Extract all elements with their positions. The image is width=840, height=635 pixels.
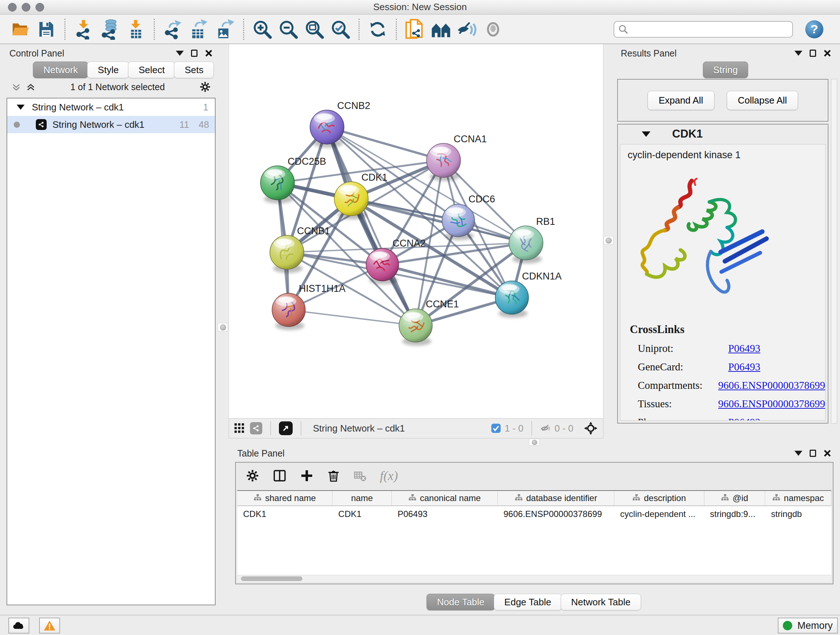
panel-close-icon[interactable] <box>205 49 213 57</box>
import-network-database-button[interactable] <box>98 18 121 41</box>
gear-icon[interactable] <box>199 81 211 93</box>
network-node-cdk1[interactable]: CDK1 <box>334 172 387 219</box>
panel-float-icon[interactable] <box>810 450 816 457</box>
tab-style[interactable]: Style <box>87 62 129 78</box>
panel-close-icon[interactable] <box>823 449 831 457</box>
table-cell[interactable]: 9606.ENSP00000378699 <box>498 506 615 522</box>
table-horizontal-scrollbar[interactable] <box>237 575 831 582</box>
network-row[interactable]: String Network – cdk1 11 48 <box>7 116 215 133</box>
column-header-name[interactable]: name <box>332 491 392 505</box>
table-cell[interactable]: CDK1 <box>332 506 392 522</box>
tab-network-table[interactable]: Network Table <box>561 594 641 610</box>
hide-selected-button[interactable] <box>456 18 478 41</box>
table-cell[interactable]: P06493 <box>392 506 498 522</box>
tab-select[interactable]: Select <box>128 62 175 78</box>
import-network-file-button[interactable] <box>73 18 95 41</box>
panel-close-icon[interactable] <box>823 49 831 57</box>
collapse-all-icon[interactable] <box>11 82 22 92</box>
tab-string[interactable]: String <box>703 62 748 78</box>
birds-eye-grid-icon[interactable] <box>234 423 245 434</box>
minimize-window-button[interactable] <box>22 3 30 11</box>
network-collection-row[interactable]: String Network – cdk1 1 <box>7 98 215 116</box>
crosslink-link[interactable]: P06493 <box>728 361 760 373</box>
protein-section-header[interactable]: CDK1 <box>618 125 828 143</box>
zoom-in-button[interactable] <box>251 18 273 41</box>
close-window-button[interactable] <box>8 3 17 11</box>
tab-network[interactable]: Network <box>33 62 88 78</box>
add-column-icon[interactable] <box>300 469 314 483</box>
export-network-button[interactable] <box>162 18 184 41</box>
expand-all-button[interactable]: Expand All <box>647 91 714 110</box>
hidden-eye-icon[interactable] <box>540 423 551 434</box>
column-header-namespac[interactable]: namespac <box>765 491 831 505</box>
panel-collapse-icon[interactable] <box>794 51 802 56</box>
section-collapse-icon[interactable] <box>642 131 651 137</box>
network-node-ccnb2[interactable]: CCNB2 <box>310 100 370 148</box>
table-cell[interactable]: stringdb <box>765 506 831 522</box>
crosslink-link[interactable]: P06493 <box>728 416 760 421</box>
crosslink-link[interactable]: 9606.ENSP00000378699 <box>718 398 825 410</box>
save-session-button[interactable] <box>35 18 57 41</box>
table-gear-icon[interactable] <box>245 469 260 483</box>
horizontal-splitter-handle[interactable] <box>529 439 540 446</box>
column-header-canonical-name[interactable]: canonical name <box>392 491 498 505</box>
memory-button[interactable]: Memory <box>778 618 838 633</box>
crosshair-icon[interactable] <box>584 421 598 435</box>
network-share-icon[interactable] <box>250 422 262 434</box>
warnings-button[interactable] <box>39 618 60 633</box>
left-splitter-handle[interactable] <box>218 323 228 332</box>
column-header-@id[interactable]: @id <box>704 491 766 505</box>
search-input[interactable] <box>629 22 789 36</box>
column-header-description[interactable]: description <box>614 491 704 505</box>
delete-column-icon[interactable] <box>326 469 341 483</box>
network-canvas[interactable]: CCNB2CCNA1CDC25BCDK1CDC6RB1CCNB1CCNA2CDK… <box>229 44 603 418</box>
table-cell[interactable]: stringdb:9... <box>704 506 766 522</box>
panel-float-icon[interactable] <box>810 50 816 57</box>
crosslink-link[interactable]: P06493 <box>728 342 760 355</box>
panel-collapse-icon[interactable] <box>176 51 184 56</box>
open-in-window-button[interactable] <box>279 421 293 435</box>
collapse-all-button[interactable]: Collapse All <box>727 91 798 110</box>
zoom-window-button[interactable] <box>35 3 44 11</box>
edge-CCNB2-CCNE1[interactable] <box>327 127 416 325</box>
tab-sets[interactable]: Sets <box>174 62 214 78</box>
export-table-button[interactable] <box>188 18 210 41</box>
zoom-fit-button[interactable] <box>303 18 325 41</box>
network-node-hist1h1a[interactable]: HIST1H1A <box>272 283 346 330</box>
export-image-button[interactable] <box>214 18 236 41</box>
toolbar-search-field[interactable] <box>614 21 793 38</box>
refresh-layout-button[interactable] <box>366 18 389 41</box>
collection-expand-icon[interactable] <box>17 105 25 110</box>
cloud-status-button[interactable] <box>8 618 29 633</box>
network-node-ccne1[interactable]: CCNE1 <box>399 299 459 346</box>
first-neighbors-button[interactable] <box>430 18 452 41</box>
open-session-button[interactable] <box>9 18 32 41</box>
new-network-from-selection-button[interactable] <box>404 18 426 41</box>
network-node-cdkn1a[interactable]: CDKN1A <box>495 271 562 318</box>
crosslink-link[interactable]: 9606.ENSP00000378699 <box>718 379 825 391</box>
tab-edge-table[interactable]: Edge Table <box>494 594 562 610</box>
control-panel: Control Panel NetworkStyleSelectSets 1 o… <box>4 46 218 611</box>
help-button[interactable]: ? <box>805 20 823 38</box>
zoom-selected-button[interactable] <box>329 18 352 41</box>
table-cell[interactable]: CDK1 <box>237 506 332 522</box>
zoom-out-button[interactable] <box>277 18 300 41</box>
scrollbar-thumb[interactable] <box>241 576 302 581</box>
edge-CCNE1-HIST1H1A[interactable] <box>289 310 416 325</box>
show-columns-icon[interactable] <box>272 468 287 483</box>
column-header-shared-name[interactable]: shared name <box>237 491 332 505</box>
column-header-database-identifier[interactable]: database identifier <box>498 491 615 505</box>
network-node-rb1[interactable]: RB1 <box>509 216 555 264</box>
panel-collapse-icon[interactable] <box>794 451 802 456</box>
results-scrollbar[interactable] <box>831 79 837 424</box>
import-table-file-button[interactable] <box>125 18 147 41</box>
table-cell[interactable]: cyclin-dependent ... <box>614 506 704 522</box>
selected-checkbox-icon[interactable] <box>491 423 501 433</box>
panel-float-icon[interactable] <box>191 50 197 57</box>
network-node-count: 11 <box>180 119 189 130</box>
expand-all-icon[interactable] <box>25 82 36 92</box>
show-all-button[interactable] <box>482 18 504 41</box>
network-node-ccnb1[interactable]: CCNB1 <box>270 226 330 273</box>
tab-node-table[interactable]: Node Table <box>426 594 495 610</box>
right-splitter-handle[interactable] <box>603 236 614 245</box>
